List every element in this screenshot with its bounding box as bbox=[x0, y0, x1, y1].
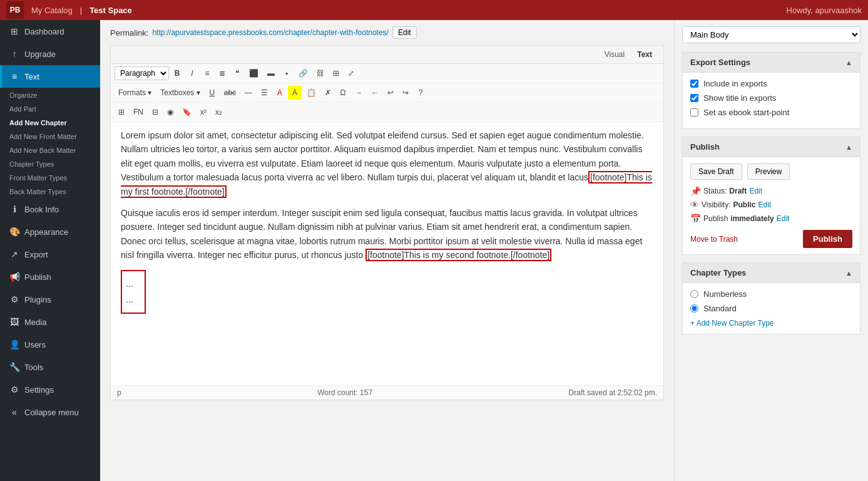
publish-collapse[interactable]: ▲ bbox=[845, 143, 852, 151]
bookmark-button[interactable]: 🔖 bbox=[178, 105, 195, 119]
sidebar-item-settings[interactable]: ⚙ Settings bbox=[0, 378, 100, 401]
sidebar-label-book-info: Book Info bbox=[24, 205, 59, 214]
align-right-button[interactable]: ▪ bbox=[280, 66, 294, 80]
editor-container: Visual Text Paragraph B I ≡ ≣ ❝ ⬛ ▬ ▪ 🔗 … bbox=[110, 45, 664, 400]
word-count-label: Word count: bbox=[317, 388, 357, 397]
chapter-types-collapse[interactable]: ▲ bbox=[845, 269, 852, 277]
publish-button[interactable]: Publish bbox=[803, 230, 852, 248]
bold-button[interactable]: B bbox=[170, 66, 184, 80]
toolbar-row-1: Paragraph B I ≡ ≣ ❝ ⬛ ▬ ▪ 🔗 ⛓ ⊞ ⤢ bbox=[111, 64, 663, 83]
numberless-label: Numberless bbox=[703, 289, 747, 299]
ordered-list-button[interactable]: ≣ bbox=[215, 66, 229, 80]
sidebar-label-media: Media bbox=[24, 318, 46, 327]
sidebar-item-appearance[interactable]: 🎨 Appearance bbox=[0, 220, 100, 243]
standard-label: Standard bbox=[703, 304, 737, 313]
fn-button[interactable]: FN bbox=[130, 105, 147, 119]
link-button[interactable]: 🔗 bbox=[295, 66, 312, 80]
editor-footer: p Word count: 157 Draft saved at 2:52:02… bbox=[111, 385, 663, 400]
horizontal-rule-button[interactable]: — bbox=[241, 86, 256, 100]
align-left-button[interactable]: ⬛ bbox=[245, 66, 262, 80]
sidebar-item-plugins[interactable]: ⚙ Plugins bbox=[0, 288, 100, 311]
include-exports-checkbox[interactable] bbox=[690, 80, 698, 88]
undo-button[interactable]: ↩ bbox=[384, 86, 397, 100]
numberless-radio[interactable] bbox=[690, 290, 698, 298]
editor-paragraph-2: Quisque iaculis eros id semper interdum.… bbox=[121, 206, 653, 262]
testspace-nav[interactable]: Test Space bbox=[89, 6, 132, 15]
help-button[interactable]: ? bbox=[414, 86, 427, 100]
sidebar-item-add-part[interactable]: Add Part bbox=[0, 101, 100, 115]
blockquote-button[interactable]: ❝ bbox=[230, 66, 244, 80]
sidebar-item-add-back-matter[interactable]: Add New Back Matter bbox=[0, 143, 100, 157]
italic-button[interactable]: I bbox=[185, 66, 199, 80]
editor-body[interactable]: Lorem ipsum dolor sit amet, consectetur … bbox=[111, 122, 663, 385]
main-body-select[interactable]: Main Body bbox=[682, 26, 860, 43]
clear-format-button[interactable]: ✗ bbox=[321, 86, 335, 100]
pressbooks-logo: PB bbox=[6, 1, 24, 19]
align-justify-button[interactable]: ☰ bbox=[257, 86, 272, 100]
sidebar-item-book-info[interactable]: ℹ Book Info bbox=[0, 198, 100, 220]
visibility-label: Visibility: bbox=[702, 200, 730, 209]
sidebar-item-chapter-types[interactable]: Chapter Types bbox=[0, 157, 100, 170]
preview-button[interactable]: Preview bbox=[747, 163, 790, 180]
text-color-button[interactable]: A bbox=[273, 86, 287, 100]
sidebar-item-export[interactable]: ↗ Export bbox=[0, 243, 100, 266]
sidebar-item-tools[interactable]: 🔧 Tools bbox=[0, 356, 100, 378]
sidebar-item-publish[interactable]: 📢 Publish bbox=[0, 266, 100, 288]
add-chapter-type-link[interactable]: + Add New Chapter Type bbox=[690, 319, 774, 328]
table2-button[interactable]: ⊞ bbox=[115, 105, 128, 119]
permalink-edit-button[interactable]: Edit bbox=[392, 26, 417, 39]
set-ebook-label: Set as ebook start-point bbox=[703, 108, 789, 117]
appearance-icon: 🎨 bbox=[9, 227, 19, 237]
sidebar-item-upgrade[interactable]: ↑ Upgrade bbox=[0, 43, 100, 65]
move-to-trash-link[interactable]: Move to Trash bbox=[690, 235, 738, 244]
unlink-button[interactable]: ⛓ bbox=[313, 66, 328, 80]
export-settings-collapse[interactable]: ▲ bbox=[845, 59, 852, 66]
sidebar-item-media[interactable]: 🖼 Media bbox=[0, 311, 100, 333]
permalink-url[interactable]: http://apurvatestspace.pressbooks.com/ch… bbox=[152, 28, 389, 37]
show-title-checkbox[interactable] bbox=[690, 94, 698, 102]
paste-button[interactable]: 📋 bbox=[303, 86, 320, 100]
sidebar-item-back-matter-types[interactable]: Back Matter Types bbox=[0, 184, 100, 198]
save-draft-button[interactable]: Save Draft bbox=[690, 163, 742, 180]
table-button[interactable]: ⊞ bbox=[329, 66, 343, 80]
sidebar-item-add-front-matter[interactable]: Add New Front Matter bbox=[0, 129, 100, 143]
tab-text[interactable]: Text bbox=[631, 48, 658, 61]
grid-button[interactable]: ⊟ bbox=[148, 105, 162, 119]
unordered-list-button[interactable]: ≡ bbox=[200, 66, 214, 80]
superscript-button[interactable]: x² bbox=[197, 105, 210, 119]
sidebar-item-organize[interactable]: Organize bbox=[0, 88, 100, 101]
circle-button[interactable]: ◉ bbox=[163, 105, 177, 119]
tab-visual[interactable]: Visual bbox=[598, 48, 631, 61]
toolbar-row-3: ⊞ FN ⊟ ◉ 🔖 x² x₂ bbox=[111, 103, 663, 122]
publish-time-edit-link[interactable]: Edit bbox=[777, 214, 790, 223]
align-center-button[interactable]: ▬ bbox=[263, 66, 278, 80]
catalog-nav[interactable]: My Catalog bbox=[31, 6, 73, 15]
indent-button[interactable]: → bbox=[351, 86, 366, 100]
sidebar-item-dashboard[interactable]: ⊞ Dashboard bbox=[0, 20, 100, 43]
paragraph-select[interactable]: Paragraph bbox=[115, 66, 169, 80]
underline-button[interactable]: U bbox=[205, 86, 219, 100]
outdent-button[interactable]: ← bbox=[367, 86, 382, 100]
sidebar-label-publish: Publish bbox=[24, 272, 51, 282]
sidebar-item-front-matter-types[interactable]: Front Matter Types bbox=[0, 170, 100, 184]
chapter-types-title: Chapter Types bbox=[690, 268, 746, 277]
strikethrough-button[interactable]: abc bbox=[220, 86, 240, 100]
set-ebook-checkbox[interactable] bbox=[690, 108, 698, 116]
status-edit-link[interactable]: Edit bbox=[749, 187, 762, 195]
standard-radio[interactable] bbox=[690, 304, 698, 313]
sidebar-item-users[interactable]: 👤 Users bbox=[0, 333, 100, 356]
special-char-button[interactable]: Ω bbox=[336, 86, 350, 100]
show-title-label: Show title in exports bbox=[703, 93, 776, 103]
subscript-button[interactable]: x₂ bbox=[212, 105, 226, 119]
sidebar-item-text[interactable]: ≡ Text bbox=[0, 65, 100, 88]
upgrade-icon: ↑ bbox=[9, 49, 19, 59]
textboxes-button[interactable]: Textboxes ▾ bbox=[156, 86, 203, 100]
redo-button[interactable]: ↪ bbox=[399, 86, 412, 100]
visibility-edit-link[interactable]: Edit bbox=[758, 200, 771, 209]
sidebar-item-collapse[interactable]: « Collapse menu bbox=[0, 401, 100, 423]
text-highlight-button[interactable]: A bbox=[288, 86, 302, 100]
sidebar-item-add-new-chapter[interactable]: Add New Chapter bbox=[0, 115, 100, 129]
expand-button[interactable]: ⤢ bbox=[344, 66, 358, 80]
formats-button[interactable]: Formats ▾ bbox=[115, 86, 155, 100]
sidebar-label-text: Text bbox=[24, 72, 39, 81]
